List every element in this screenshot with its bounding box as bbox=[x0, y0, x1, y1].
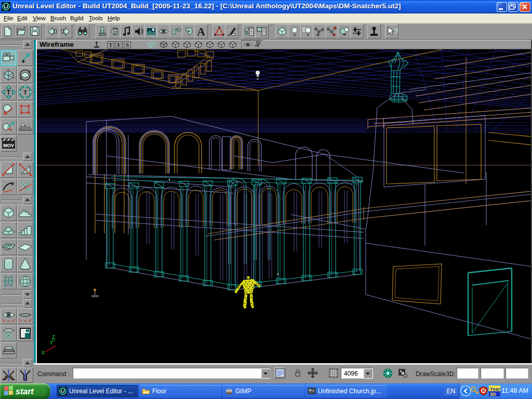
svg-text:start: start bbox=[16, 387, 34, 396]
svg-text:Y: Y bbox=[50, 340, 53, 346]
svg-text:X: X bbox=[42, 350, 45, 356]
svg-text:3D: 3D bbox=[490, 392, 496, 397]
svg-text:Year: Year bbox=[490, 387, 500, 392]
